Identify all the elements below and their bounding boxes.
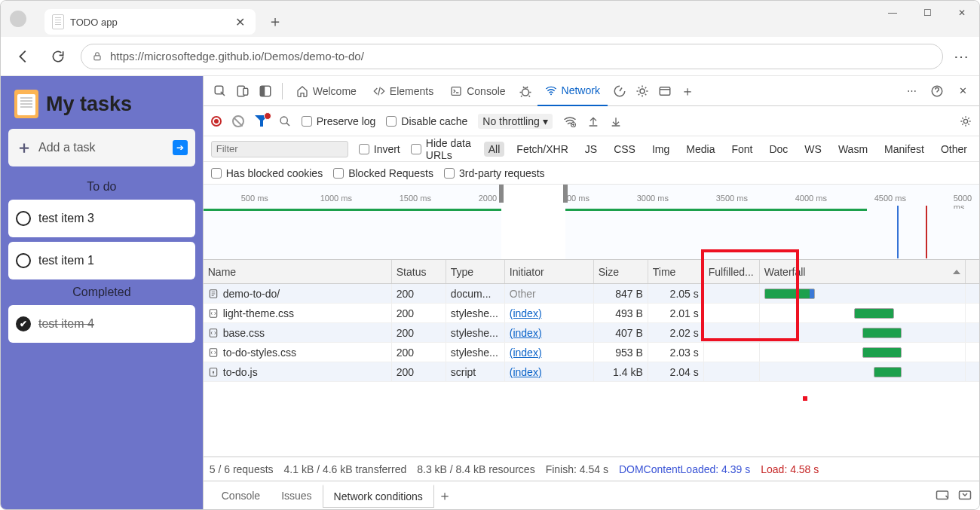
filter-type-wasm[interactable]: Wasm: [834, 142, 872, 157]
close-devtools-button[interactable]: ✕: [952, 81, 973, 102]
task-item[interactable]: test item 3: [8, 200, 195, 237]
filter-type-js[interactable]: JS: [580, 142, 602, 157]
task-checkbox[interactable]: [16, 253, 31, 268]
close-window-button[interactable]: ✕: [945, 1, 979, 25]
tab-elements[interactable]: Elements: [366, 76, 441, 106]
bug-icon[interactable]: [515, 81, 536, 102]
filter-type-all[interactable]: All: [484, 142, 505, 157]
profile-avatar[interactable]: [10, 11, 26, 27]
col-fulfilled[interactable]: Fulfilled...: [704, 260, 760, 283]
disable-cache-checkbox[interactable]: Disable cache: [386, 115, 467, 127]
filter-type-manifest[interactable]: Manifest: [880, 142, 929, 157]
import-har-icon[interactable]: [587, 115, 599, 127]
col-size[interactable]: Size: [594, 260, 648, 283]
request-row[interactable]: to-do.js200script(index)1.4 kB2.04 s: [204, 362, 979, 382]
tab-close-button[interactable]: ✕: [232, 15, 248, 29]
dcl-time: DOMContentLoaded: 4.39 s: [619, 463, 750, 475]
task-item-done[interactable]: ✔test item 4: [8, 305, 195, 343]
network-toolbar: Preserve log Disable cache No throttling…: [204, 106, 979, 136]
page-favicon: [52, 14, 64, 29]
clear-button[interactable]: [232, 115, 244, 127]
navigation-bar: https://microsoftedge.github.io/Demos/de…: [1, 37, 979, 76]
device-emulator-button[interactable]: [232, 81, 253, 102]
col-status[interactable]: Status: [392, 260, 446, 283]
svg-rect-5: [260, 86, 265, 96]
performance-tab[interactable]: [609, 81, 630, 102]
address-bar[interactable]: https://microsoftedge.github.io/Demos/de…: [81, 44, 943, 69]
settings-icon[interactable]: [960, 115, 972, 127]
network-timeline[interactable]: 500 ms1000 ms1500 ms2000 ms2500 ms3000 m…: [204, 185, 979, 260]
tab-network[interactable]: Network: [537, 76, 608, 106]
add-task-input[interactable]: ＋ Add a task ➔: [8, 129, 195, 166]
sort-indicator: [953, 270, 960, 274]
request-row[interactable]: to-do-styles.css200styleshe...(index)953…: [204, 343, 979, 362]
memory-tab[interactable]: [632, 81, 653, 102]
request-row[interactable]: base.css200styleshe...(index)407 B2.02 s: [204, 323, 979, 343]
request-row[interactable]: demo-to-do/200docum...Other847 B2.05 s: [204, 284, 979, 304]
hide-data-urls-checkbox[interactable]: Hide data URLs: [411, 137, 473, 161]
blocked-cookies-checkbox[interactable]: Has blocked cookies: [211, 167, 323, 179]
dock-button[interactable]: [255, 81, 276, 102]
third-party-checkbox[interactable]: 3rd-party requests: [444, 167, 545, 179]
filter-input[interactable]: [211, 141, 348, 157]
devtools-more-button[interactable]: ⋯: [901, 81, 922, 102]
submit-arrow-icon[interactable]: ➔: [173, 140, 188, 155]
filter-type-img[interactable]: Img: [648, 142, 674, 157]
help-button[interactable]: [926, 81, 948, 102]
reload-button[interactable]: [46, 44, 70, 69]
tab-console[interactable]: Console: [443, 76, 513, 106]
drawer-tab-issues[interactable]: Issues: [271, 485, 322, 506]
load-time: Load: 4.58 s: [761, 463, 819, 475]
inspect-element-button[interactable]: [210, 81, 231, 102]
table-header: Name Status Type Initiator Size Time Ful…: [204, 260, 979, 284]
requests-count: 5 / 6 requests: [210, 463, 274, 475]
add-tab-button[interactable]: ＋: [677, 81, 698, 102]
drawer-command-icon[interactable]: [936, 490, 949, 502]
filter-toggle-button[interactable]: [255, 115, 268, 127]
col-type[interactable]: Type: [446, 260, 505, 283]
drawer-tab-console[interactable]: Console: [211, 485, 271, 506]
browser-tab[interactable]: TODO app ✕: [44, 9, 256, 35]
record-button[interactable]: [211, 116, 222, 127]
search-icon[interactable]: [279, 115, 291, 127]
browser-menu-button[interactable]: ⋯: [954, 47, 969, 66]
maximize-button[interactable]: ☐: [910, 1, 945, 25]
network-conditions-icon[interactable]: [563, 115, 577, 128]
filter-type-ws[interactable]: WS: [800, 142, 826, 157]
code-icon: [373, 85, 385, 97]
network-filter-bar: Invert Hide data URLs AllFetch/XHRJSCSSI…: [204, 136, 979, 162]
filter-type-doc[interactable]: Doc: [764, 142, 792, 157]
chevron-down-icon: ▾: [543, 115, 548, 127]
request-row[interactable]: light-theme.css200styleshe...(index)493 …: [204, 304, 979, 323]
filter-type-css[interactable]: CSS: [609, 142, 640, 157]
col-waterfall[interactable]: Waterfall: [760, 260, 966, 283]
filter-type-font[interactable]: Font: [727, 142, 757, 157]
throttling-dropdown[interactable]: No throttling▾: [478, 114, 552, 129]
invert-checkbox[interactable]: Invert: [359, 143, 400, 155]
task-checkbox[interactable]: [16, 211, 31, 226]
filter-type-fetchxhr[interactable]: Fetch/XHR: [512, 142, 572, 157]
preserve-log-checkbox[interactable]: Preserve log: [302, 115, 376, 127]
task-item[interactable]: test item 1: [8, 242, 195, 279]
drawer-add-tab[interactable]: ＋: [434, 485, 455, 506]
timeline-tick: 3500 ms: [716, 194, 748, 203]
col-name[interactable]: Name: [204, 260, 392, 283]
col-initiator[interactable]: Initiator: [505, 260, 594, 283]
tab-welcome[interactable]: Welcome: [289, 76, 364, 106]
col-time[interactable]: Time: [648, 260, 704, 283]
svg-point-20: [213, 371, 214, 372]
task-checkmark-icon[interactable]: ✔: [16, 316, 31, 331]
minimize-button[interactable]: —: [875, 1, 910, 25]
back-button[interactable]: [11, 44, 35, 69]
application-tab[interactable]: [654, 81, 675, 102]
filter-type-media[interactable]: Media: [681, 142, 719, 157]
clipboard-icon: [14, 90, 38, 118]
new-tab-button[interactable]: ＋: [268, 11, 283, 32]
export-har-icon[interactable]: [610, 115, 622, 127]
task-label: test item 3: [38, 212, 94, 225]
svg-rect-10: [660, 87, 670, 95]
blocked-requests-checkbox[interactable]: Blocked Requests: [333, 167, 433, 179]
drawer-tab-network-conditions[interactable]: Network conditions: [323, 484, 434, 508]
drawer-close-icon[interactable]: [958, 490, 972, 502]
filter-type-other[interactable]: Other: [936, 142, 972, 157]
